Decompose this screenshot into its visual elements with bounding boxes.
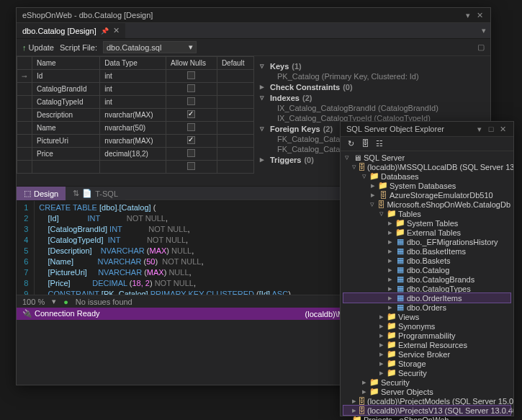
tree-item[interactable]: ▸🗄(localdb)\ProjectModels (SQL Server 15… — [343, 396, 510, 406]
expander-icon[interactable]: ▿ — [352, 162, 356, 171]
tree-item[interactable]: ▸📁Security — [343, 377, 510, 387]
cell-default[interactable] — [217, 122, 253, 135]
allow-nulls-checkbox[interactable] — [187, 136, 195, 144]
tree-item[interactable]: ▸📁Storage — [343, 359, 510, 368]
tree-item[interactable]: ▸📁External Resources — [343, 340, 510, 349]
tree-item[interactable]: ▸📁Synonyms — [343, 321, 510, 331]
zoom-level[interactable]: 100 % — [22, 298, 45, 306]
expander-icon[interactable]: ▸ — [378, 340, 385, 349]
cell-datatype[interactable]: nvarchar(MAX) — [100, 109, 166, 122]
tab-overflow-icon[interactable]: ▾ — [477, 26, 490, 35]
table-row[interactable]: ⊸ Id int — [17, 70, 254, 83]
tree-item[interactable]: ▸📁Server Objects — [343, 387, 510, 396]
allow-nulls-checkbox[interactable] — [187, 84, 195, 92]
table-row[interactable]: Description nvarchar(MAX) — [17, 109, 254, 122]
table-row[interactable]: CatalogBrandId int — [17, 83, 254, 96]
cell-name[interactable]: CatalogBrandId — [32, 83, 100, 96]
close-icon[interactable]: ✕ — [474, 10, 485, 20]
prop-section[interactable]: ▿Indexes (2) — [260, 92, 485, 103]
expander-icon[interactable]: ▸ — [387, 246, 394, 256]
script-file-dropdown[interactable]: dbo.Catalog.sql ▾ — [103, 41, 197, 53]
expander-icon[interactable]: ▸ — [378, 331, 385, 340]
cell-name[interactable]: CatalogTypeId — [32, 96, 100, 109]
tree-item[interactable]: ▸📁External Tables — [343, 228, 510, 237]
expander-icon[interactable]: ▸ — [387, 218, 394, 228]
update-button[interactable]: ↑ Update — [22, 43, 54, 52]
tree-item[interactable]: ▸▦dbo.CatalogBrands — [343, 274, 510, 284]
tree-item[interactable]: ▿📁Databases — [343, 171, 510, 181]
expander-icon[interactable]: ▸ — [378, 312, 385, 321]
expander-icon[interactable]: ▸ — [387, 274, 394, 284]
expander-icon[interactable]: ▸ — [369, 181, 377, 190]
expander-icon[interactable]: ▸ — [378, 359, 385, 368]
refresh-icon[interactable]: ↻ — [345, 139, 356, 148]
prop-item[interactable]: IX_Catalog_CatalogBrandId (CatalogBrandI… — [270, 103, 485, 113]
tree-item[interactable]: ▸📁System Databases — [343, 181, 510, 190]
expander-icon[interactable]: ▿ — [260, 61, 267, 71]
tree-item[interactable]: ▿📁Tables — [343, 209, 510, 218]
tree-item[interactable]: ▿🖥SQL Server — [343, 153, 510, 162]
cell-name[interactable]: Id — [32, 70, 100, 83]
table-row[interactable]: PictureUri nvarchar(MAX) — [17, 135, 254, 148]
cell-name[interactable]: Price — [32, 148, 100, 161]
tree-item[interactable]: ▸▦dbo.CatalogTypes — [343, 284, 510, 293]
cell-datatype[interactable]: int — [100, 96, 166, 109]
cell-datatype[interactable]: int — [100, 83, 166, 96]
expander-icon[interactable]: ▿ — [361, 171, 368, 181]
group-icon[interactable]: ☷ — [374, 139, 385, 148]
expander-icon[interactable]: ▿ — [260, 124, 267, 133]
zoom-chevron-icon[interactable]: ▾ — [52, 297, 56, 306]
expander-icon[interactable]: ▸ — [369, 190, 377, 200]
tree-item[interactable]: ▸▦dbo.Catalog — [343, 265, 510, 274]
cell-name[interactable]: Name — [32, 122, 100, 135]
tree-item[interactable]: 📁Projects - eShopOnWeb — [343, 415, 510, 420]
expander-icon[interactable]: ▸ — [387, 265, 394, 274]
col-nulls-header[interactable]: Allow Nulls — [166, 57, 217, 70]
tree-item[interactable]: ▸📁Security — [343, 368, 510, 377]
panel-toggle-icon[interactable]: ▢ — [477, 43, 485, 52]
columns-grid[interactable]: Name Data Type Allow Nulls Default ⊸ Id … — [17, 56, 254, 174]
allow-nulls-checkbox[interactable] — [187, 110, 195, 118]
tree-item[interactable]: ▸📁Service Broker — [343, 349, 510, 359]
tree-item[interactable]: ▸📁Programmability — [343, 331, 510, 340]
tree-item[interactable]: ▸📁Views — [343, 312, 510, 321]
tab-close-icon[interactable]: ✕ — [113, 26, 120, 35]
allow-nulls-checkbox[interactable] — [187, 162, 195, 170]
add-server-icon[interactable]: 🗄 — [359, 139, 371, 148]
expander-icon[interactable]: ▿ — [260, 93, 267, 102]
tree-item[interactable]: ▿🗄(localdb)\MSSQLLocalDB (SQL Server 13.… — [343, 162, 510, 171]
tree-item[interactable]: ▸🗄AzureStorageEmulatorDb510 — [343, 190, 510, 200]
maximize-icon[interactable]: □ — [486, 124, 496, 134]
col-datatype-header[interactable]: Data Type — [100, 57, 166, 70]
expander-icon[interactable]: ▸ — [387, 237, 394, 246]
expander-icon[interactable]: ▸ — [387, 293, 394, 303]
expander-icon[interactable]: ▸ — [260, 155, 267, 164]
expander-icon[interactable]: ▸ — [260, 82, 267, 91]
allow-nulls-checkbox[interactable] — [187, 71, 195, 79]
cell-datatype[interactable]: int — [100, 70, 166, 83]
table-row[interactable]: CatalogTypeId int — [17, 96, 254, 109]
table-row[interactable]: Name nvarchar(50) — [17, 122, 254, 135]
pin-icon[interactable]: 📌 — [101, 27, 109, 35]
expander-icon[interactable]: ▿ — [369, 200, 376, 209]
dropdown-icon[interactable]: ▾ — [463, 10, 473, 20]
code-area[interactable]: CREATE TABLE [dbo].[Catalog] ( [Id] INT … — [35, 201, 375, 295]
cell-default[interactable] — [217, 83, 253, 96]
prop-section[interactable]: ▸Check Constraints (0) — [260, 81, 485, 92]
tree-item[interactable]: ▿🗄Microsoft.eShopOnWeb.CatalogDb — [343, 200, 510, 209]
expander-icon[interactable]: ▸ — [352, 406, 356, 415]
prop-section[interactable]: ▿Keys (1) — [260, 61, 485, 71]
table-row[interactable]: Price decimal(18,2) — [17, 148, 254, 161]
expander-icon[interactable]: ▸ — [361, 377, 368, 387]
expander-icon[interactable]: ▸ — [387, 284, 394, 293]
tree-item[interactable]: ▸📁System Tables — [343, 218, 510, 228]
tree-item[interactable]: ▸▦dbo.BasketItems — [343, 246, 510, 256]
cell-default[interactable] — [217, 135, 253, 148]
expander-icon[interactable]: ▸ — [361, 387, 368, 396]
tree-item[interactable]: ▸▦dbo.Orders — [343, 303, 510, 312]
expander-icon[interactable]: ▸ — [387, 303, 394, 312]
prop-item[interactable]: PK_Catalog (Primary Key, Clustered: Id) — [270, 71, 485, 81]
cell-default[interactable] — [217, 70, 253, 83]
allow-nulls-checkbox[interactable] — [187, 149, 195, 157]
expander-icon[interactable]: ▸ — [387, 228, 394, 237]
